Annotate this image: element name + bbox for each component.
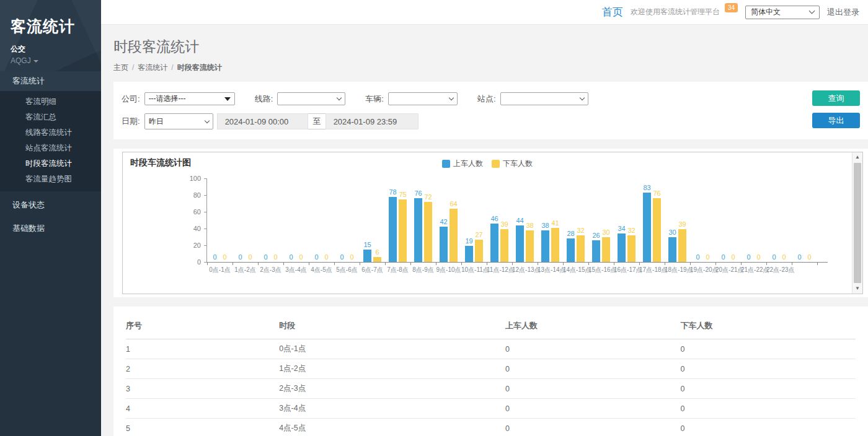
x-axis-category-label: 17点-18点 bbox=[639, 266, 665, 274]
bar-alighting bbox=[627, 235, 636, 262]
bar-value-label: 15 bbox=[360, 241, 375, 248]
y-axis-tick-label: 20 bbox=[180, 242, 201, 249]
bar-value-label: 64 bbox=[446, 200, 461, 207]
table-column-header: 时段 bbox=[279, 314, 505, 339]
sidebar-subitem[interactable]: 线路客流统计 bbox=[0, 125, 101, 141]
bar-alighting bbox=[678, 229, 686, 262]
date-end-input[interactable]: 2024-01-09 23:59 bbox=[326, 113, 418, 129]
table-row: 32点-3点00 bbox=[126, 379, 856, 399]
sidebar-subitem[interactable]: 客流量趋势图 bbox=[0, 172, 101, 187]
sidebar-item-passenger-stats[interactable]: 客流统计 bbox=[0, 71, 101, 91]
bar-value-label: 39 bbox=[675, 220, 690, 228]
chevron-down-icon bbox=[204, 118, 209, 123]
bar-group: 1927 bbox=[461, 178, 487, 262]
date-to-label: 至 bbox=[308, 113, 326, 129]
home-link[interactable]: 首页 bbox=[602, 5, 623, 19]
chart-vertical-scrollbar[interactable]: ▲ ▼ bbox=[852, 152, 862, 294]
bar-value-label: 32 bbox=[573, 227, 588, 234]
language-select[interactable]: 简体中文 bbox=[745, 6, 820, 19]
table-cell: 0 bbox=[505, 419, 680, 436]
x-axis-category-label: 20点-21点 bbox=[715, 266, 741, 274]
x-axis-category-label: 13点-14点 bbox=[538, 266, 563, 274]
sidebar-subitem[interactable]: 客流汇总 bbox=[0, 110, 101, 125]
scrollbar-thumb[interactable] bbox=[854, 163, 861, 283]
sidebar-item-basic-data[interactable]: 基础数据 bbox=[0, 219, 101, 238]
station-label: 站点: bbox=[477, 94, 496, 105]
table-cell: 0 bbox=[505, 399, 680, 419]
bar-boarding bbox=[668, 237, 676, 263]
chevron-down-icon bbox=[579, 95, 584, 100]
table-cell: 3点-4点 bbox=[279, 399, 505, 419]
bar-value-label: 76 bbox=[649, 190, 665, 197]
sidebar-subitem[interactable]: 时段客流统计 bbox=[0, 156, 101, 172]
bar-group: 00 bbox=[309, 178, 334, 262]
bar-group: 00 bbox=[207, 178, 232, 262]
bar-boarding bbox=[516, 225, 524, 262]
bar-alighting bbox=[577, 235, 585, 262]
table-cell: 0 bbox=[505, 379, 680, 399]
company-select[interactable]: ---请选择--- bbox=[144, 92, 235, 105]
table-row: 21点-2点00 bbox=[126, 359, 856, 379]
scroll-down-icon[interactable]: ▼ bbox=[852, 284, 862, 294]
bar-alighting bbox=[500, 229, 508, 262]
breadcrumb-home[interactable]: 主页 bbox=[113, 63, 128, 72]
bar-value-label: 39 bbox=[497, 220, 512, 228]
sidebar-subitem[interactable]: 客流明细 bbox=[0, 94, 101, 110]
date-preset-select[interactable]: 昨日 bbox=[144, 113, 213, 129]
table-row: 10点-1点00 bbox=[126, 339, 856, 359]
x-axis-category-label: 0点-1点 bbox=[207, 266, 232, 274]
x-axis-category-label: 12点-13点 bbox=[512, 266, 538, 274]
bar-group: 00 bbox=[232, 178, 258, 262]
line-select[interactable] bbox=[277, 92, 345, 105]
bar-group: 00 bbox=[715, 178, 741, 262]
bar-group: 2832 bbox=[563, 178, 588, 262]
notification-badge[interactable]: 34 bbox=[725, 3, 738, 12]
bar-boarding bbox=[643, 193, 651, 262]
x-axis-category-label: 21点-22点 bbox=[741, 266, 766, 274]
logout-link[interactable]: 退出登录 bbox=[827, 7, 859, 18]
date-label: 日期: bbox=[122, 116, 140, 127]
scroll-up-icon[interactable]: ▲ bbox=[852, 152, 862, 162]
bar-group: 00 bbox=[690, 178, 715, 262]
bar-group: 2630 bbox=[588, 178, 614, 262]
x-axis-category-label: 7点-8点 bbox=[385, 266, 410, 274]
legend-alighting[interactable]: 下车人数 bbox=[492, 159, 533, 169]
legend-swatch-yellow bbox=[492, 160, 500, 168]
bar-value-label: 0 bbox=[217, 253, 232, 261]
page-content: 公司: ---请选择--- 线路: 车辆: bbox=[101, 82, 868, 436]
x-axis-category-label: 4点-5点 bbox=[309, 266, 334, 274]
breadcrumb-passenger-stats[interactable]: 客流统计 bbox=[138, 63, 167, 72]
bar-group: 00 bbox=[283, 178, 309, 262]
bar-alighting bbox=[653, 198, 661, 262]
bar-group: 8376 bbox=[639, 178, 665, 262]
bar-value-label: 0 bbox=[802, 253, 817, 261]
bar-group: 7875 bbox=[385, 178, 410, 262]
sidebar-subitem[interactable]: 站点客流统计 bbox=[0, 141, 101, 156]
bar-alighting bbox=[373, 257, 381, 262]
vehicle-select[interactable] bbox=[388, 92, 458, 105]
sidebar-item-device-status[interactable]: 设备状态 bbox=[0, 195, 101, 215]
filter-row-2: 日期: 昨日 2024-01-09 00:00 至 2024-01-09 23:… bbox=[122, 113, 860, 129]
welcome-text: 欢迎使用客流统计管理平台 bbox=[631, 7, 720, 17]
bar-value-label: 0 bbox=[242, 253, 258, 261]
station-select[interactable] bbox=[500, 92, 588, 105]
bar-boarding bbox=[541, 230, 549, 262]
bar-alighting bbox=[526, 230, 534, 262]
x-axis-category-label: 1点-2点 bbox=[232, 266, 258, 274]
table-column-header: 序号 bbox=[126, 314, 279, 339]
table-panel: 序号时段上车人数下车人数 10点-1点0021点-2点0032点-3点0043点… bbox=[113, 307, 868, 436]
bar-value-label: 0 bbox=[725, 253, 741, 261]
table-column-header: 上车人数 bbox=[505, 314, 680, 339]
bar-group: 00 bbox=[792, 178, 817, 262]
bar-boarding bbox=[618, 233, 626, 262]
query-button[interactable]: 查询 bbox=[812, 90, 860, 106]
org-code-dropdown[interactable]: AQGJ bbox=[11, 56, 101, 65]
date-start-input[interactable]: 2024-01-09 00:00 bbox=[217, 113, 308, 129]
export-button[interactable]: 导出 bbox=[812, 113, 860, 128]
x-axis-category-label: 22点-23点 bbox=[766, 266, 792, 274]
legend-boarding[interactable]: 上车人数 bbox=[442, 159, 483, 169]
chart-title: 时段车流统计图 bbox=[130, 157, 191, 168]
bar-alighting bbox=[424, 202, 432, 262]
bar-group: 3841 bbox=[538, 178, 563, 262]
table-cell: 1 bbox=[126, 339, 279, 359]
